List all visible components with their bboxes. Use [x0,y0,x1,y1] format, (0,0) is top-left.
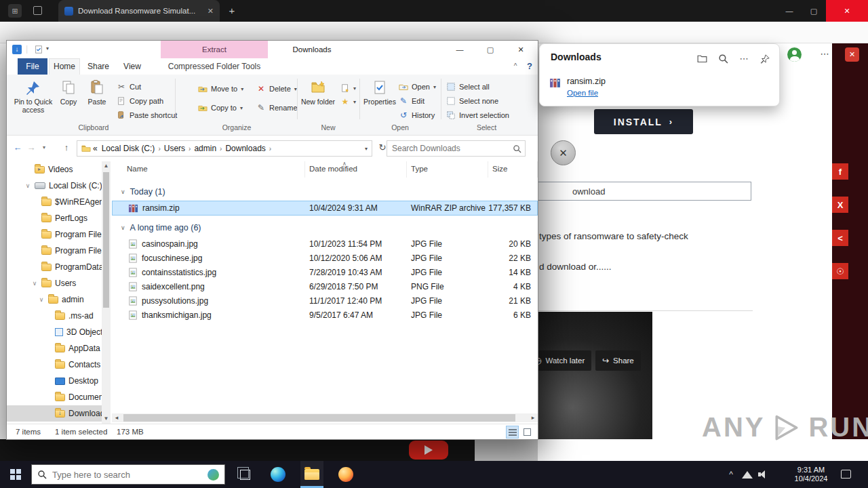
sidebar-item-desktop[interactable]: Desktop [7,373,102,389]
tab-home[interactable]: Home [49,58,80,75]
taskbar-search[interactable] [31,464,225,485]
start-button[interactable] [0,461,31,488]
sidebar-item-users[interactable]: ∨Users [7,275,102,291]
tab-actions-icon[interactable]: ⊞ [8,4,22,18]
red-close-icon[interactable]: ✕ [845,47,859,62]
tab-close-icon[interactable]: ✕ [208,7,214,16]
select-all-button[interactable]: Select all [446,80,490,94]
share-button[interactable]: ↪ Share [595,350,641,371]
ad-close-button[interactable]: ✕ [551,140,576,165]
scroll-left-icon[interactable]: ◂ [112,413,121,422]
search-icon[interactable] [513,144,521,155]
task-view-button[interactable] [233,461,256,488]
sidebar-item-downloads[interactable]: Downloads [7,405,102,422]
sidebar-item-program-files[interactable]: Program Files [7,226,102,243]
collapse-chevron-icon[interactable]: ∨ [121,188,125,195]
downloaded-file-name[interactable]: ransim.zip [567,77,606,86]
sidebar-item-appdata[interactable]: AppData [7,340,102,357]
sidebar-item-local-disk-c[interactable]: ∨Local Disk (C:) [7,178,102,194]
reddit-icon[interactable]: ☉ [832,263,848,279]
new-tab-button[interactable]: + [225,4,239,18]
properties-button[interactable]: Properties [362,77,397,121]
tab-view[interactable]: View [117,58,148,75]
install-button[interactable]: INSTALL › [594,109,693,134]
taskbar-clock[interactable]: 9:31 AM 10/4/2024 [785,466,837,483]
search-highlights-icon[interactable] [208,469,219,481]
more-options-icon[interactable]: ⋯ [736,51,751,66]
sidebar-item-program-files[interactable]: Program Files [7,243,102,259]
easy-access-button[interactable]: ★▾ [340,95,356,108]
table-row[interactable]: thanksmichigan.jpg9/5/2017 6:47 AMJPG Fi… [112,308,538,322]
scroll-up-icon[interactable]: ▲ [102,161,111,171]
pin-flyout-icon[interactable] [757,51,772,66]
maximize-button[interactable]: ▢ [480,41,500,58]
scroll-right-icon[interactable]: ▸ [528,413,538,422]
column-header-name[interactable]: Name [112,161,305,178]
breadcrumb-separator[interactable]: › [157,145,161,152]
expand-arrow-icon[interactable]: ∨ [24,182,31,189]
pin-to-quick-access-button[interactable]: Pin to Quick access [12,77,54,121]
action-center-icon[interactable] [841,470,851,479]
workspaces-icon[interactable] [33,6,42,15]
contextual-tab-header[interactable]: Extract [161,41,268,58]
delete-button[interactable]: ✕Delete▾ [256,82,297,96]
table-row[interactable]: containsstatistics.jpg7/28/2019 10:43 AM… [112,265,538,279]
search-downloads-icon[interactable] [715,51,730,66]
expand-arrow-icon[interactable]: ∨ [31,280,38,287]
open-button[interactable]: Open▾ [399,80,436,94]
minimize-button[interactable]: — [450,41,470,58]
taskbar-explorer-button[interactable] [300,461,323,488]
table-row[interactable]: ransim.zip10/4/2024 9:31 AMWinRAR ZIP ar… [112,201,538,216]
breadcrumb-separator[interactable]: › [268,145,273,152]
address-dropdown-icon[interactable]: ▾ [365,146,368,152]
recent-locations-icon[interactable]: ▾ [39,141,49,155]
copy-path-button[interactable]: Copy path [117,94,163,108]
horizontal-scrollbar[interactable]: ◂ ▸ [112,413,538,422]
explorer-window-icon[interactable]: ↓ [12,45,22,54]
taskbar-firefox-button[interactable] [334,461,357,488]
group-header[interactable]: ∨A long time ago (6) [112,220,538,235]
expand-arrow-icon[interactable]: ∨ [38,296,45,303]
breadcrumb-item[interactable]: Users [162,144,187,153]
sidebar-item-ms-ad[interactable]: .ms-ad [7,308,102,324]
rename-button[interactable]: ✎Rename [256,101,298,115]
column-header-size[interactable]: Size [488,161,538,178]
column-header-date-modified[interactable]: Date modified [305,161,407,178]
sidebar-item-programdata[interactable]: ProgramData [7,259,102,275]
sidebar-item-contacts[interactable]: Contacts [7,357,102,373]
facebook-icon[interactable]: f [832,163,848,180]
column-header-type[interactable]: Type [407,161,488,178]
copy-to-button[interactable]: Copy to▾ [198,101,243,115]
large-icons-view-button[interactable] [521,426,534,439]
address-bar[interactable]: « Local Disk (C:)›Users›admin›Downloads›… [77,140,372,157]
sidebar-item-3d-objects[interactable]: 3D Objects [7,324,102,340]
browser-tab[interactable]: Download Ransomware Simulat... ✕ [58,0,220,22]
new-folder-button[interactable]: New folder [300,77,336,121]
browser-maximize-button[interactable]: ▢ [802,0,826,22]
qat-customize-icon[interactable]: ▾ [46,45,49,52]
network-icon[interactable] [742,471,753,479]
forward-icon[interactable]: → [24,141,38,155]
cut-button[interactable]: ✂Cut [117,80,141,94]
table-row[interactable]: focuschinese.jpg10/12/2020 5:06 AMJPG Fi… [112,251,538,265]
breadcrumb-item[interactable]: Local Disk (C:) [100,144,157,153]
group-header[interactable]: ∨Today (1) [112,184,538,199]
x-twitter-icon[interactable]: X [832,197,848,213]
table-row[interactable]: pussysolutions.jpg11/1/2017 12:40 PMJPG … [112,293,538,308]
taskbar-edge-button[interactable] [267,461,290,488]
tab-compressed-folder-tools[interactable]: Compressed Folder Tools [161,58,268,75]
breadcrumb-separator[interactable]: › [187,145,192,152]
search-input[interactable] [392,142,507,155]
breadcrumb-item[interactable]: Downloads [223,144,267,153]
download-link-box[interactable]: ownload [534,182,751,201]
breadcrumb-separator[interactable]: › [218,145,223,152]
history-button[interactable]: ↺History [399,108,435,122]
tab-share[interactable]: Share [81,58,115,75]
edit-button[interactable]: ✎Edit [399,94,425,108]
volume-icon[interactable] [758,470,768,479]
close-button[interactable]: ✕ [511,41,531,58]
show-hidden-icons-button[interactable]: ^ [724,461,738,488]
new-item-button[interactable]: ▾ [340,81,356,95]
details-view-button[interactable] [506,426,519,439]
scrollbar-thumb[interactable] [123,414,515,422]
